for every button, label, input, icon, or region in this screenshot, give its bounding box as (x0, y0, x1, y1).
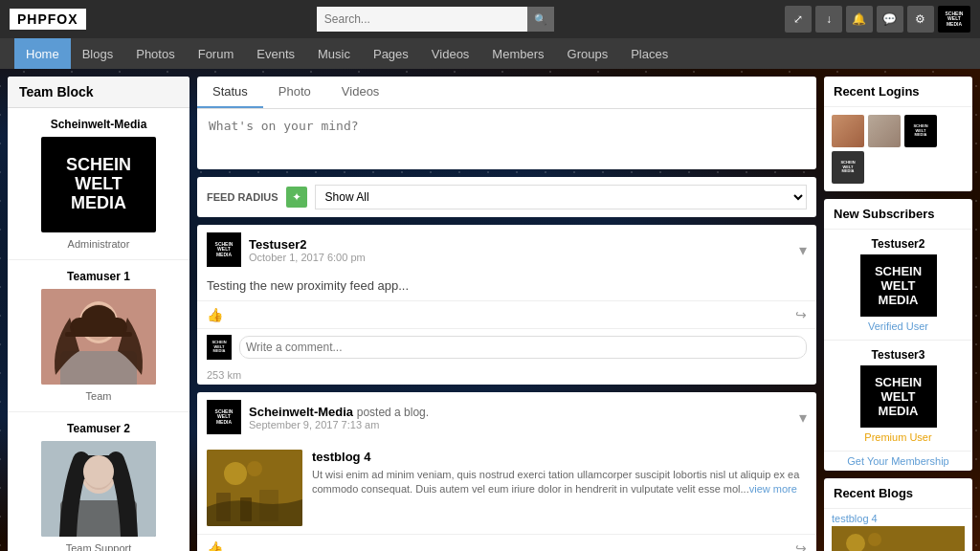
chat-icon-btn[interactable]: 💬 (877, 6, 903, 33)
nav-places[interactable]: Places (619, 38, 679, 69)
nav-videos[interactable]: Videos (420, 38, 481, 69)
post-2-header: SCHEINWELTMEDIA Scheinwelt-Media posted … (197, 392, 816, 442)
team-member-1: Scheinwelt-Media SCHEINWELTMEDIA Adminis… (8, 108, 189, 260)
member-3-role: Team Support (15, 542, 182, 551)
login-avatar-2[interactable] (868, 115, 901, 147)
logo[interactable]: PHPFOX (10, 9, 86, 30)
bell-icon-btn[interactable]: 🔔 (846, 6, 873, 33)
recent-blog-thumb (832, 526, 965, 551)
member-2-name: Teamuser 1 (15, 270, 182, 283)
user-avatar-btn[interactable]: SCHEINWELTMEDIA (938, 6, 970, 33)
nav-blogs[interactable]: Blogs (71, 38, 125, 69)
nav-home[interactable]: Home (14, 38, 71, 69)
right-sidebar: Recent Logins SCHEINWELTMEDIA SCHEINWELT… (824, 77, 972, 543)
post-1-like-btn[interactable]: 👍 (207, 307, 223, 322)
login-avatar-4[interactable]: SCHEINWELTMEDIA (832, 151, 864, 184)
recent-logins-avatars: SCHEINWELTMEDIA SCHEINWELTMEDIA (824, 107, 972, 191)
recent-blogs-widget: Recent Blogs testblog 4 (824, 478, 972, 551)
post-2-action: posted a blog. (357, 406, 429, 419)
team-member-3: Teamuser 2 (8, 412, 189, 551)
main-container: Team Block Scheinwelt-Media SCHEINWELTME… (0, 69, 980, 551)
recent-logins-title: Recent Logins (824, 77, 972, 107)
nav-music[interactable]: Music (306, 38, 362, 69)
post-box: Status Photo Videos (197, 77, 816, 169)
post-2-chevron[interactable]: ▾ (799, 408, 807, 427)
post-2-share-btn[interactable]: ↪ (795, 540, 807, 551)
subscriber-1: Testuser2 SCHEINWELTMEDIA Verified User (824, 230, 972, 341)
post-2-username: Scheinwelt-Media posted a blog. (249, 405, 791, 419)
post-1-avatar: SCHEINWELTMEDIA (207, 232, 241, 267)
member-1-logo: SCHEINWELTMEDIA (41, 137, 156, 232)
blog-text-content: testblog 4 Ut wisi enim ad minim veniam,… (312, 450, 807, 526)
feed-radius-green-btn[interactable]: ✦ (286, 187, 307, 208)
svg-point-14 (224, 462, 247, 485)
post-1-comment-input[interactable] (239, 336, 807, 359)
nav-members[interactable]: Members (480, 38, 555, 69)
post-1-chevron[interactable]: ▾ (799, 241, 807, 259)
center-feed: Status Photo Videos FEED RADIUS ✦ Show A… (197, 77, 816, 543)
login-avatar-1[interactable] (832, 115, 864, 147)
get-membership-link[interactable]: Get Your Membership (824, 452, 972, 471)
member-3-name: Teamuser 2 (15, 422, 182, 435)
member-3-image (41, 441, 156, 537)
top-icons: ⤢ ↓ 🔔 💬 ⚙ SCHEINWELTMEDIA (785, 6, 970, 33)
post-tabs: Status Photo Videos (197, 77, 816, 109)
recent-logins-widget: Recent Logins SCHEINWELTMEDIA SCHEINWELT… (824, 77, 972, 191)
post-1-body: Testing the new proximity feed app... (197, 275, 816, 300)
svg-point-15 (247, 461, 262, 476)
subscriber-2-name: Testuser3 (832, 348, 965, 362)
tab-videos[interactable]: Videos (326, 77, 395, 108)
post-1-comment-avatar: SCHEINWELTMEDIA (207, 335, 232, 360)
nav-pages[interactable]: Pages (362, 38, 420, 69)
svg-point-12 (83, 455, 114, 488)
blog-excerpt: Ut wisi enim ad minim veniam, quis nostr… (312, 468, 807, 497)
post-2-like-btn[interactable]: 👍 (207, 540, 223, 551)
tab-status[interactable]: Status (197, 77, 263, 108)
feed-radius-select[interactable]: Show All 5 km 10 km 25 km 50 km 100 km (315, 185, 807, 209)
download-icon-btn[interactable]: ↓ (815, 6, 842, 33)
svg-point-21 (868, 533, 881, 546)
recent-blog-link[interactable]: testblog 4 (824, 509, 972, 526)
top-header: PHPFOX 🔍 ⤢ ↓ 🔔 💬 ⚙ SCHEINWELTMEDIA (0, 0, 980, 38)
gear-icon-btn[interactable]: ⚙ (907, 6, 934, 33)
post-1-user-info: Testuser2 October 1, 2017 6:00 pm (249, 237, 791, 263)
nav-photos[interactable]: Photos (124, 38, 186, 69)
post-1-time: October 1, 2017 6:00 pm (249, 252, 791, 263)
member-1-name: Scheinwelt-Media (15, 118, 182, 131)
member-1-image: SCHEINWELTMEDIA (41, 137, 156, 232)
post-1-actions: 👍 ↪ (197, 300, 816, 328)
search-input[interactable] (317, 7, 527, 32)
share-icon-btn[interactable]: ⤢ (785, 6, 812, 33)
blog-title: testblog 4 (312, 450, 807, 464)
subscriber-1-badge: Verified User (832, 320, 965, 332)
post-1-share-btn[interactable]: ↪ (795, 307, 807, 322)
new-subscribers-title: New Subscribers (824, 199, 972, 230)
search-button[interactable]: 🔍 (527, 7, 554, 32)
post-2-user-info: Scheinwelt-Media posted a blog. Septembe… (249, 405, 791, 430)
post-1-username: Testuser2 (249, 237, 791, 252)
feed-post-1: SCHEINWELTMEDIA Testuser2 October 1, 201… (197, 225, 816, 385)
nav-bar: Home Blogs Photos Forum Events Music Pag… (0, 38, 980, 69)
feed-radius-label: FEED RADIUS (207, 191, 278, 203)
subscriber-2-logo: SCHEINWELTMEDIA (860, 365, 937, 428)
search-bar: 🔍 (317, 7, 554, 32)
nav-groups[interactable]: Groups (556, 38, 620, 69)
view-more-link[interactable]: view more (749, 483, 797, 495)
post-1-comment-box: SCHEINWELTMEDIA (197, 328, 816, 365)
member-1-role: Administrator (15, 238, 182, 250)
blog-post-content: testblog 4 Ut wisi enim ad minim veniam,… (197, 442, 816, 534)
post-input[interactable] (197, 109, 816, 166)
team-block: Team Block Scheinwelt-Media SCHEINWELTME… (8, 77, 189, 551)
recent-blogs-title: Recent Blogs (824, 478, 972, 509)
member-2-photo (41, 289, 156, 385)
feed-radius-bar: FEED RADIUS ✦ Show All 5 km 10 km 25 km … (197, 177, 816, 217)
tab-photo[interactable]: Photo (263, 77, 326, 108)
post-2-avatar: SCHEINWELTMEDIA (207, 400, 241, 434)
post-1-distance: 253 km (197, 365, 816, 385)
nav-forum[interactable]: Forum (187, 38, 246, 69)
nav-events[interactable]: Events (245, 38, 306, 69)
post-1-text: Testing the new proximity feed app... (207, 278, 807, 293)
member-2-role: Team (15, 390, 182, 402)
login-avatar-3[interactable]: SCHEINWELTMEDIA (904, 115, 937, 147)
member-2-image (41, 289, 156, 385)
